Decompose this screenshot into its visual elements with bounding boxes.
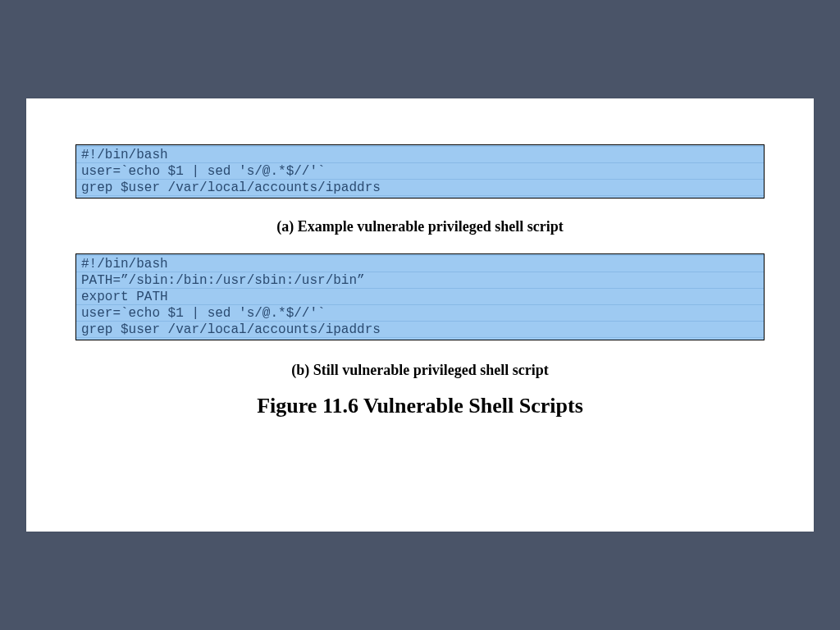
- code-block-a: #!/bin/bash user=`echo $1 | sed 's/@.*$/…: [75, 144, 765, 199]
- slide: #!/bin/bash user=`echo $1 | sed 's/@.*$/…: [26, 98, 814, 532]
- code-block-b: #!/bin/bash PATH=”/sbin:/bin:/usr/sbin:/…: [75, 253, 765, 340]
- figure-title: Figure 11.6 Vulnerable Shell Scripts: [75, 394, 765, 418]
- caption-b: (b) Still vulnerable privileged shell sc…: [75, 362, 765, 379]
- caption-a: (a) Example vulnerable privileged shell …: [75, 218, 765, 235]
